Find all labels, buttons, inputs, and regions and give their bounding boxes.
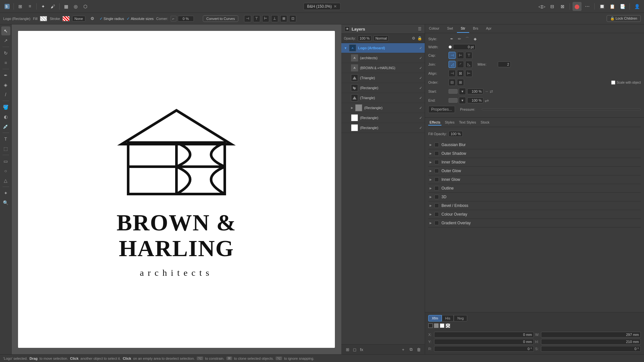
blend-mode-dropdown[interactable]: Normal: [374, 35, 389, 41]
fill-swatch[interactable]: [40, 16, 47, 21]
cap-square[interactable]: ⊤: [465, 52, 472, 59]
tool-share[interactable]: ⌗: [25, 2, 34, 11]
xfm-tab-xfm[interactable]: Xfm: [428, 315, 442, 321]
layer-item-rect3[interactable]: (Rectangle) ✓: [341, 113, 425, 123]
tool-select[interactable]: ↖: [1, 26, 10, 35]
inner-shadow-toggle[interactable]: [434, 160, 439, 164]
pen-icon-3[interactable]: ⌒: [464, 36, 470, 42]
outer-shadow-toggle[interactable]: [434, 151, 439, 156]
stroke-width-dropdown[interactable]: None: [72, 16, 85, 22]
align-icon-3[interactable]: ⊢: [262, 15, 269, 22]
inner-shadow-chevron[interactable]: ▶: [430, 161, 432, 164]
fill-opacity-value[interactable]: 100 %: [449, 131, 462, 137]
tool-brush[interactable]: 🖌: [48, 2, 57, 11]
artboard-expand-arrow[interactable]: ▼: [344, 46, 347, 50]
start-arrow-btn[interactable]: →: [485, 89, 488, 94]
align-icon-2[interactable]: ⊤: [253, 15, 260, 22]
effect-outline[interactable]: ▶ Outline: [428, 184, 641, 193]
layers-add-btn[interactable]: +: [400, 346, 407, 353]
tool-triangle-shape[interactable]: △: [1, 176, 10, 185]
swatch-checker[interactable]: [446, 323, 450, 328]
layers-settings-icon[interactable]: ⚙: [412, 36, 415, 41]
cap-round[interactable]: ⊢: [457, 52, 464, 59]
layers-bottom-layers-btn[interactable]: ⊞: [344, 346, 351, 353]
scale-with-object-checkbox[interactable]: [611, 80, 615, 85]
width-input[interactable]: [453, 44, 476, 50]
effect-outer-glow[interactable]: ▶ Outer Glow: [428, 167, 641, 175]
tool-dist[interactable]: ⊠: [558, 2, 567, 11]
gaussian-blur-toggle[interactable]: [434, 143, 439, 147]
outer-glow-chevron[interactable]: ▶: [430, 169, 432, 172]
tool-gradient-fill[interactable]: ◐: [1, 112, 10, 121]
xfm-y-input[interactable]: [434, 339, 534, 345]
tool-pen[interactable]: ✒: [1, 71, 10, 80]
align-icon-5[interactable]: ⊞: [280, 15, 287, 22]
corner-value-input[interactable]: [178, 16, 194, 22]
tool-layers[interactable]: 📑: [618, 2, 627, 11]
tab-colour[interactable]: Colour: [425, 24, 443, 33]
start-value-input[interactable]: [467, 88, 483, 94]
pen-icon-4[interactable]: ◆: [472, 36, 478, 42]
start-type-btn[interactable]: ▾: [459, 88, 466, 95]
effects-tab-effects[interactable]: Effects: [428, 120, 441, 125]
tool-dropper[interactable]: 💉: [1, 122, 10, 131]
colour-overlay-toggle[interactable]: [434, 212, 439, 217]
swatch-light[interactable]: [434, 323, 439, 328]
gaussian-blur-chevron[interactable]: ▶: [430, 143, 432, 146]
stroke-options-icon[interactable]: ⚙: [88, 14, 97, 23]
effect-3d[interactable]: ▶ 3D: [428, 193, 641, 201]
tool-move[interactable]: ✦: [39, 2, 48, 11]
effects-tab-stock[interactable]: Stock: [479, 120, 491, 125]
align-icon-4[interactable]: ⊥: [271, 15, 278, 22]
tab-brs[interactable]: Brs: [469, 24, 482, 33]
effects-tab-text-styles[interactable]: Text Styles: [458, 120, 477, 125]
xfm-tab-nvg[interactable]: Nvg: [454, 315, 467, 321]
tab-apr[interactable]: Apr: [482, 24, 495, 33]
tool-ellipse[interactable]: ○: [1, 166, 10, 175]
join-bevel[interactable]: ◺: [465, 61, 472, 68]
lock-children-button[interactable]: 🔒 Lock Children: [607, 15, 641, 22]
properties-btn[interactable]: Properties...: [428, 106, 455, 113]
tool-polygon2[interactable]: ⬡: [81, 2, 90, 11]
tool-direct-select[interactable]: ↗: [1, 36, 10, 45]
layers-bottom-fx-btn[interactable]: fx: [358, 346, 365, 353]
tool-group[interactable]: 🔲: [597, 2, 606, 11]
layers-bottom-mask-btn[interactable]: ◻: [351, 346, 358, 353]
layer-item-brown-harling[interactable]: A (BROWN & ↵HARLING) ✓: [341, 63, 425, 73]
align-center[interactable]: ⊠: [457, 70, 464, 77]
layer-item-triangle2[interactable]: (Triangle) ✓: [341, 93, 425, 103]
end-toggle-btn[interactable]: ⇌: [485, 97, 489, 104]
tab-swt[interactable]: Swt: [443, 24, 457, 33]
tool-rect[interactable]: ▭: [1, 157, 10, 166]
inner-glow-toggle[interactable]: [434, 177, 439, 182]
layers-visibility-toggle[interactable]: 👁: [345, 26, 350, 32]
tool-grid2[interactable]: ▦: [62, 2, 71, 11]
align-outer[interactable]: ⊢: [465, 70, 472, 77]
tool-circle2[interactable]: ◎: [71, 2, 80, 11]
absolute-sizes-checkbox[interactable]: ✓ Absolute sizes: [127, 16, 154, 21]
swatch-white[interactable]: [440, 323, 444, 328]
bevel-emboss-toggle[interactable]: [434, 203, 439, 208]
xfm-x-input[interactable]: [434, 332, 534, 338]
xfm-s-input[interactable]: [541, 346, 641, 352]
outline-chevron[interactable]: ▶: [430, 187, 432, 190]
start-arrow2-btn[interactable]: ⇄: [490, 89, 493, 94]
layer-item-triangle1[interactable]: (Triangle) ✓: [341, 73, 425, 83]
xfm-tab-his[interactable]: His: [442, 315, 454, 321]
bevel-emboss-chevron[interactable]: ▶: [430, 204, 432, 207]
single-radius-checkbox[interactable]: ✓ Single radius: [99, 16, 124, 21]
join-miter[interactable]: ◿: [449, 61, 456, 68]
tab-str[interactable]: Str: [457, 24, 469, 33]
pressure-slider[interactable]: [482, 109, 641, 110]
convert-to-curves-button[interactable]: Convert to Curves: [203, 15, 239, 22]
align-icon-6[interactable]: ⊡: [289, 15, 296, 22]
effect-gradient-overlay[interactable]: ▶ Gradient Overlay: [428, 219, 641, 227]
rect2-expand[interactable]: ▶: [351, 106, 353, 109]
tool-rotate-canvas[interactable]: ↻: [1, 49, 10, 58]
align-icon-1[interactable]: ⊣: [244, 15, 251, 22]
tool-line[interactable]: /: [1, 90, 10, 99]
xfm-r-input[interactable]: [434, 346, 534, 352]
order-above[interactable]: ⊞: [457, 79, 464, 86]
colour-overlay-chevron[interactable]: ▶: [430, 213, 432, 216]
layer-item-architects[interactable]: A (architects) ✓: [341, 53, 425, 63]
